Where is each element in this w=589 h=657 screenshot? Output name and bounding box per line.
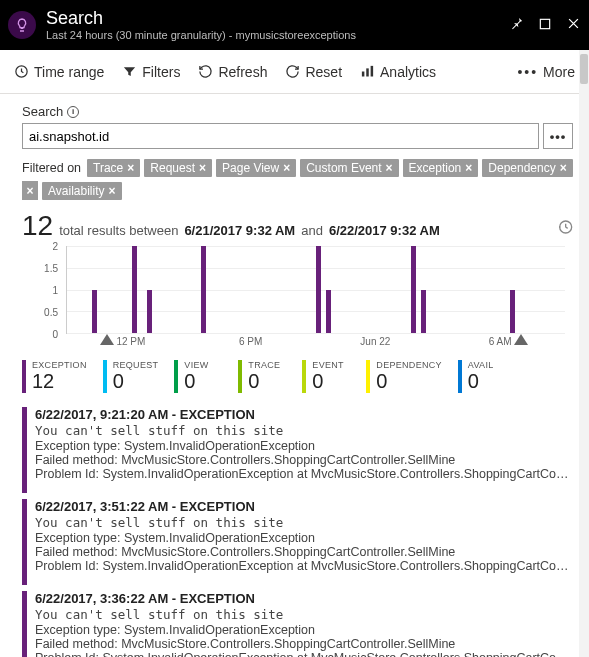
category-event[interactable]: EVENT0	[302, 360, 358, 393]
chart-bar[interactable]	[326, 290, 331, 334]
category-avail[interactable]: AVAIL0	[458, 360, 514, 393]
category-value: 0	[468, 370, 506, 393]
item-message: You can't sell stuff on this site	[35, 607, 573, 622]
filters-button[interactable]: Filters	[122, 64, 180, 80]
refresh-button[interactable]: Refresh	[198, 64, 267, 80]
svg-rect-0	[540, 19, 549, 28]
category-label: DEPENDENCY	[376, 360, 442, 370]
chart-bar[interactable]	[132, 246, 137, 333]
item-problem-id: Problem Id: System.InvalidOperationExcep…	[35, 651, 573, 657]
search-input[interactable]	[22, 123, 539, 149]
maximize-icon[interactable]	[538, 17, 552, 34]
pill-remove-icon[interactable]: ×	[127, 161, 134, 175]
item-failed-method: Failed method: MvcMusicStore.Controllers…	[35, 637, 573, 651]
filter-pill-page-view[interactable]: Page View×	[216, 159, 296, 177]
results-summary: 12 total results between 6/21/2017 9:32 …	[22, 210, 573, 242]
item-exception-type: Exception type: System.InvalidOperationE…	[35, 623, 573, 637]
result-item[interactable]: 6/22/2017, 3:51:22 AM - EXCEPTIONYou can…	[22, 499, 573, 585]
time-range-label: Time range	[34, 64, 104, 80]
category-value: 0	[312, 370, 350, 393]
results-and-label: and	[301, 223, 323, 238]
item-exception-type: Exception type: System.InvalidOperationE…	[35, 439, 573, 453]
filtered-on-label: Filtered on	[22, 161, 81, 175]
x-tick: Jun 22	[360, 336, 390, 347]
filter-pill-exception[interactable]: Exception×	[403, 159, 479, 177]
item-failed-method: Failed method: MvcMusicStore.Controllers…	[35, 453, 573, 467]
item-header: 6/22/2017, 3:36:22 AM - EXCEPTION	[35, 591, 573, 606]
analytics-label: Analytics	[380, 64, 436, 80]
chart-bar[interactable]	[411, 246, 416, 333]
more-label: More	[543, 64, 575, 80]
pin-icon[interactable]	[509, 16, 524, 34]
category-row: EXCEPTION12REQUEST0VIEW0TRACE0EVENT0DEPE…	[22, 360, 573, 393]
reset-button[interactable]: Reset	[285, 64, 342, 80]
category-label: EXCEPTION	[32, 360, 87, 370]
results-end: 6/22/2017 9:32 AM	[329, 223, 440, 238]
results-between-label: total results between	[59, 223, 178, 238]
x-tick: 12 PM	[116, 336, 145, 347]
pill-remove-icon[interactable]: ×	[108, 184, 115, 198]
scrollbar-thumb[interactable]	[580, 54, 588, 84]
item-header: 6/22/2017, 9:21:20 AM - EXCEPTION	[35, 407, 573, 422]
category-label: VIEW	[184, 360, 222, 370]
chart-bar[interactable]	[201, 246, 206, 333]
timeline-chart[interactable]: 00.511.52 12 PM6 PMJun 226 AM	[22, 246, 569, 354]
result-item[interactable]: 6/22/2017, 9:21:20 AM - EXCEPTIONYou can…	[22, 407, 573, 493]
analytics-button[interactable]: Analytics	[360, 64, 436, 80]
category-label: TRACE	[248, 360, 286, 370]
pill-remove-icon[interactable]: ×	[560, 161, 567, 175]
filter-pill-dependency[interactable]: Dependency×	[482, 159, 572, 177]
search-more-button[interactable]: •••	[543, 123, 573, 149]
close-icon[interactable]	[566, 16, 581, 34]
category-value: 0	[248, 370, 286, 393]
y-tick: 0.5	[44, 307, 58, 318]
chart-bar[interactable]	[92, 290, 97, 334]
reset-label: Reset	[305, 64, 342, 80]
chart-bar[interactable]	[316, 246, 321, 333]
filters-label: Filters	[142, 64, 180, 80]
more-button[interactable]: ••• More	[517, 64, 575, 80]
header-title: Search	[46, 8, 509, 29]
item-problem-id: Problem Id: System.InvalidOperationExcep…	[35, 559, 573, 573]
header-subtitle: Last 24 hours (30 minute granularity) - …	[46, 29, 509, 42]
category-value: 0	[184, 370, 222, 393]
x-tick: 6 PM	[239, 336, 262, 347]
pill-remove-icon[interactable]: ×	[386, 161, 393, 175]
pill-remove-icon[interactable]: ×	[283, 161, 290, 175]
info-icon[interactable]: i	[67, 106, 79, 118]
filter-pill-trace[interactable]: Trace×	[87, 159, 140, 177]
toolbar: Time range Filters Refresh Reset Analyti…	[0, 50, 589, 94]
search-label: Search	[22, 104, 63, 119]
category-request[interactable]: REQUEST0	[103, 360, 167, 393]
time-range-button[interactable]: Time range	[14, 64, 104, 80]
filter-row: Filtered on Trace× Request× Page View× C…	[22, 159, 573, 200]
app-insights-icon	[8, 11, 36, 39]
filter-pill-request[interactable]: Request×	[144, 159, 212, 177]
chart-bar[interactable]	[510, 290, 515, 334]
item-problem-id: Problem Id: System.InvalidOperationExcep…	[35, 467, 573, 481]
pill-remove-icon[interactable]: ×	[465, 161, 472, 175]
history-icon[interactable]	[557, 219, 573, 238]
category-dependency[interactable]: DEPENDENCY0	[366, 360, 450, 393]
filter-pill-custom-event[interactable]: Custom Event×	[300, 159, 398, 177]
chart-bar[interactable]	[421, 290, 426, 334]
x-tick: 6 AM	[489, 336, 512, 347]
category-value: 0	[376, 370, 442, 393]
category-label: REQUEST	[113, 360, 159, 370]
category-exception[interactable]: EXCEPTION12	[22, 360, 95, 393]
filter-clear-button[interactable]: ×	[22, 181, 38, 200]
category-value: 0	[113, 370, 159, 393]
pill-remove-icon[interactable]: ×	[199, 161, 206, 175]
search-label-row: Search i	[22, 104, 573, 119]
category-label: AVAIL	[468, 360, 506, 370]
item-message: You can't sell stuff on this site	[35, 515, 573, 530]
chart-bar[interactable]	[147, 290, 152, 334]
y-tick: 1	[52, 285, 58, 296]
result-item[interactable]: 6/22/2017, 3:36:22 AM - EXCEPTIONYou can…	[22, 591, 573, 657]
window-header: Search Last 24 hours (30 minute granular…	[0, 0, 589, 50]
category-view[interactable]: VIEW0	[174, 360, 230, 393]
result-list: 6/22/2017, 9:21:20 AM - EXCEPTIONYou can…	[22, 407, 573, 657]
ellipsis-icon: •••	[517, 64, 538, 80]
filter-pill-availability[interactable]: Availability×	[42, 182, 122, 200]
category-trace[interactable]: TRACE0	[238, 360, 294, 393]
